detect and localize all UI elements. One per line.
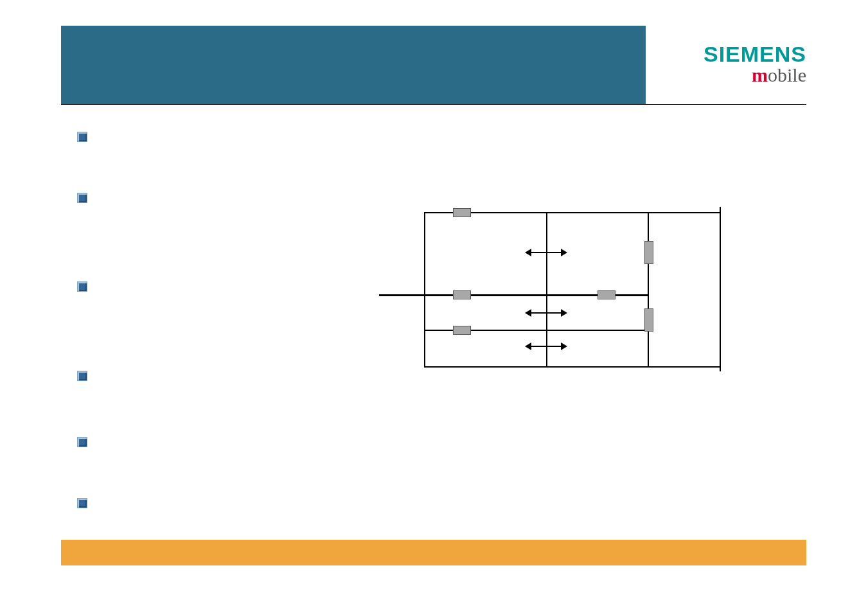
footer-bar — [61, 540, 806, 565]
diagram-edge — [648, 212, 649, 366]
bullet-icon — [77, 437, 87, 447]
diagram-node — [453, 290, 471, 299]
double-arrow-icon — [530, 312, 562, 314]
title-bar — [61, 26, 646, 104]
bullet-icon — [77, 371, 87, 381]
diagram-edge — [720, 207, 721, 371]
slide-body — [61, 116, 806, 540]
page: SIEMENS mobile — [0, 0, 868, 613]
logo-brand: SIEMENS — [659, 42, 806, 67]
bullet-icon — [77, 132, 87, 142]
diagram-node — [644, 241, 653, 264]
double-arrow-icon — [530, 252, 562, 253]
logo-sub-rest: obile — [768, 64, 806, 85]
logo-subbrand: mobile — [659, 64, 806, 86]
bullet-icon — [77, 498, 87, 508]
diagram-edge — [424, 212, 425, 366]
slide: SIEMENS mobile — [61, 26, 806, 565]
diagram-node — [453, 326, 471, 335]
diagram-node — [598, 290, 616, 299]
bullet-icon — [77, 193, 87, 203]
double-arrow-icon — [530, 346, 562, 347]
diagram-node — [453, 208, 471, 217]
header-divider — [61, 104, 806, 105]
diagram-node — [644, 308, 653, 332]
bullet-icon — [77, 281, 87, 292]
logo: SIEMENS mobile — [659, 42, 806, 93]
diagram-edge — [424, 366, 720, 368]
diagram-edge — [546, 212, 547, 366]
logo-sub-m: m — [752, 64, 768, 85]
diagram — [379, 212, 777, 392]
